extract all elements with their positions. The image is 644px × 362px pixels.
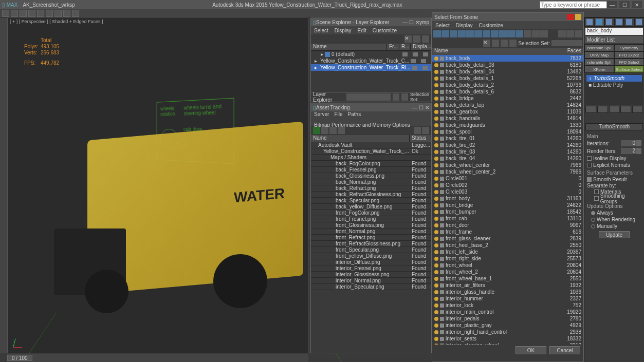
viewport[interactable]: [ + ] [ Perspective ] [ Shaded + Edged F…: [7, 17, 308, 353]
menu-paths[interactable]: Paths: [348, 111, 361, 117]
asset-row[interactable]: front_yellow_Diffuse.pngFound: [311, 253, 431, 259]
visibility-icon[interactable]: [434, 183, 438, 187]
col-name[interactable]: Name: [432, 48, 561, 55]
object-row[interactable]: front_wheel_220604: [432, 269, 583, 275]
object-row[interactable]: back_body_detail_036180: [432, 62, 583, 68]
render-icon[interactable]: [421, 59, 426, 63]
mod-btn[interactable]: nderable Spli: [584, 44, 614, 51]
asset-tracking-titlebar[interactable]: ▯ Asset Tracking — ☐ ✕: [311, 103, 431, 111]
object-row[interactable]: interior_seats18332: [432, 335, 583, 342]
object-row[interactable]: front_frame616: [432, 228, 583, 235]
mod-btn[interactable]: UVW Map: [584, 51, 614, 59]
visibility-icon[interactable]: [434, 56, 438, 61]
visibility-icon[interactable]: [434, 110, 438, 114]
freeze-icon[interactable]: [402, 52, 408, 56]
col-status[interactable]: Status: [410, 135, 431, 142]
asset-row[interactable]: front_Specular.pngFound: [311, 247, 431, 253]
visibility-icon[interactable]: [434, 143, 438, 147]
toolbar-button[interactable]: [63, 10, 70, 17]
col-name[interactable]: Name: [311, 44, 387, 50]
mod-btn[interactable]: Surface Select: [614, 66, 644, 73]
visibility-icon[interactable]: [434, 103, 438, 107]
object-row[interactable]: back_spool18094: [432, 128, 583, 135]
visibility-icon[interactable]: [434, 210, 438, 214]
layer-btn[interactable]: [401, 93, 408, 101]
object-row[interactable]: front_left_side20367: [432, 249, 583, 255]
toolbar-button[interactable]: [28, 10, 35, 17]
visibility-icon[interactable]: [434, 163, 438, 167]
menu-display[interactable]: Display: [456, 23, 473, 28]
toolbar-btn[interactable]: [509, 40, 517, 47]
visibility-icon[interactable]: [434, 317, 438, 321]
filter-btn[interactable]: [499, 30, 507, 37]
toolbar-btn[interactable]: [422, 35, 429, 43]
col-name[interactable]: Name: [311, 135, 410, 142]
at-btn[interactable]: [338, 127, 345, 134]
toolbar-button[interactable]: [46, 10, 53, 17]
stack-btn[interactable]: [620, 106, 631, 113]
mod-btn[interactable]: FFD 2x2x2: [614, 51, 644, 59]
asset-row[interactable]: front_Normal.pngFound: [311, 228, 431, 235]
visibility-icon[interactable]: [434, 77, 438, 81]
object-row[interactable]: interior_plastic_gray4929: [432, 322, 583, 329]
object-row[interactable]: back_tire_0414260: [432, 155, 583, 162]
freeze-icon[interactable]: [412, 66, 417, 70]
object-row[interactable]: interior_right_hand_control2938: [432, 329, 583, 335]
layer-row[interactable]: ▸Yellow_Construction_Water_Truck_C...: [311, 58, 431, 64]
visibility-icon[interactable]: [434, 223, 438, 227]
minimize-icon[interactable]: —: [412, 105, 417, 110]
visibility-icon[interactable]: [434, 190, 438, 194]
asset-tracking-tree[interactable]: Autodesk VaultLogge...Yellow_Constructio…: [311, 142, 431, 290]
object-row[interactable]: Circle0020: [432, 182, 583, 188]
asset-row[interactable]: back_Glossiness.pngFound: [311, 173, 431, 179]
object-row[interactable]: front_door9067: [432, 222, 583, 228]
visibility-icon[interactable]: [434, 243, 438, 247]
layer-btn[interactable]: [393, 93, 399, 101]
object-row[interactable]: front_cab13110: [432, 215, 583, 222]
ok-button[interactable]: OK: [516, 346, 546, 354]
visibility-icon[interactable]: [434, 237, 438, 241]
materials-checkbox[interactable]: [594, 189, 599, 194]
filter-btn[interactable]: [441, 30, 449, 37]
explicit-checkbox[interactable]: [587, 163, 592, 167]
asset-row[interactable]: front_Fresnel.pngFound: [311, 216, 431, 222]
visibility-icon[interactable]: [434, 83, 438, 87]
visibility-icon[interactable]: [434, 310, 438, 314]
asset-row[interactable]: back_Normal.pngFound: [311, 179, 431, 185]
menu-server[interactable]: Server: [314, 111, 329, 117]
stack-item-turbosmooth[interactable]: ♀ TurboSmooth: [586, 75, 642, 82]
help-search-input[interactable]: [540, 1, 607, 9]
asset-row[interactable]: Yellow_Construction_Water_Truck_Rigged_m…: [311, 148, 431, 155]
visibility-icon[interactable]: [434, 323, 438, 328]
object-row[interactable]: back_handrails14914: [432, 115, 583, 122]
at-btn[interactable]: [321, 127, 328, 134]
object-row[interactable]: back_body_details_68632: [432, 88, 583, 95]
object-row[interactable]: Circle0010: [432, 175, 583, 182]
visibility-icon[interactable]: [434, 257, 438, 261]
when-rendering-radio[interactable]: [591, 218, 595, 222]
menu-bitmap[interactable]: Bitmap Performance and Memory Options: [314, 122, 410, 128]
object-row[interactable]: back_body_details_152268: [432, 75, 583, 82]
timeline[interactable]: 0 / 100: [7, 354, 308, 362]
visibility-icon[interactable]: [434, 123, 438, 127]
viewport-left-bar[interactable]: [0, 17, 7, 353]
close-button[interactable]: ✕: [632, 1, 642, 8]
layer-row[interactable]: ▸Yellow_Construction_Water_Truck_Ri...: [311, 64, 431, 71]
maximize-icon[interactable]: ☐: [409, 20, 414, 25]
asset-row[interactable]: front_RefractGlossiness.pngFound: [311, 241, 431, 247]
object-row[interactable]: interior_pedals2780: [432, 315, 583, 322]
object-row[interactable]: front_glass_cleaner2839: [432, 235, 583, 242]
asset-row[interactable]: Maps / Shaders: [311, 155, 431, 161]
visibility-icon[interactable]: [434, 117, 438, 121]
object-row[interactable]: front_wheel20604: [432, 262, 583, 269]
object-row[interactable]: front_bridge24622: [432, 202, 583, 208]
maximize-icon[interactable]: ☐: [419, 105, 424, 110]
display-icon[interactable]: [423, 52, 428, 56]
menu-select[interactable]: Select: [314, 28, 328, 33]
object-row[interactable]: back_body7832: [432, 55, 583, 62]
always-radio[interactable]: [591, 211, 595, 215]
toolbar-btn[interactable]: [501, 40, 508, 47]
sfs-header[interactable]: Name Faces: [432, 48, 583, 55]
toolbar-button[interactable]: [20, 10, 27, 17]
filter-btn[interactable]: [516, 30, 523, 37]
